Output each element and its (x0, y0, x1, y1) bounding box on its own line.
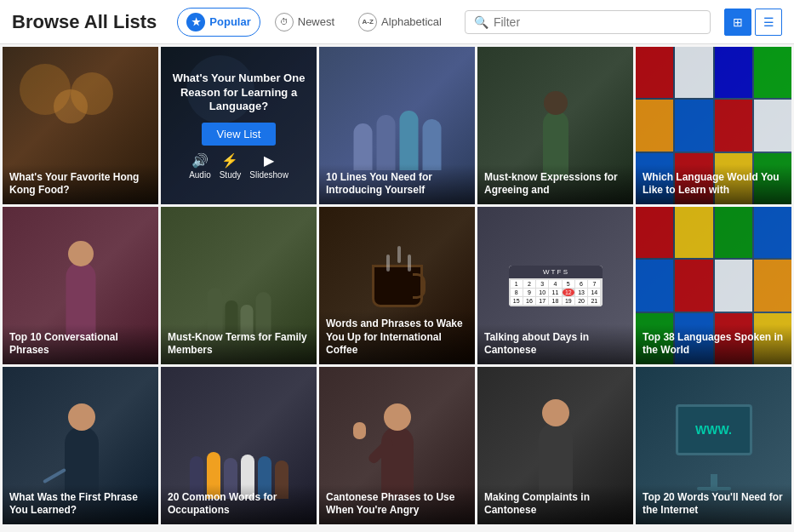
card-complaints-title: Making Complaints in Cantonese (484, 491, 626, 518)
card-language-reason[interactable]: What's Your Number One Reason for Learni… (161, 47, 317, 204)
popular-icon: ★ (186, 13, 205, 31)
card-first-phrase[interactable]: What Was the First Phrase You Learned? (3, 367, 158, 524)
card-languages-title: Top 38 Languages Spoken in the World (643, 331, 785, 358)
search-bar: 🔍 (465, 10, 711, 34)
study-label: Study (220, 170, 242, 180)
card-coffee[interactable]: Words and Phrases to Wake You Up for Int… (319, 207, 475, 364)
audio-icon: 🔊 (191, 152, 208, 169)
card-internet-title: Top 20 Words You'll Need for the Interne… (643, 491, 785, 518)
nav-tabs: ★ Popular ⏱ Newest A-Z Alphabetical (177, 8, 451, 37)
cards-grid: What's Your Favorite Hong Kong Food? Wha… (0, 44, 794, 527)
card-language-reason-title: What's Your Number One Reason for Learni… (169, 72, 308, 115)
card-which-lang-title: Which Language Would You Like to Learn w… (643, 171, 785, 197)
card-introduce[interactable]: 10 Lines You Need for Introducing Yourse… (319, 47, 475, 204)
search-icon: 🔍 (474, 15, 488, 29)
tab-alphabetical-label: Alphabetical (381, 15, 442, 28)
audio-action[interactable]: 🔊 Audio (189, 152, 211, 180)
card-introduce-overlay: 10 Lines You Need for Introducing Yourse… (319, 164, 475, 204)
card-days-title: Talking about Days in Cantonese (484, 331, 626, 358)
card-angry[interactable]: Cantonese Phrases to Use When You're Ang… (319, 367, 475, 524)
card-family-overlay: Must-Know Terms for Family Members (161, 324, 317, 364)
alphabetical-icon: A-Z (358, 13, 377, 31)
card-agree-overlay: Must-know Expressions for Agreeing and (477, 164, 633, 204)
slideshow-label: Slideshow (249, 170, 288, 180)
card-days-overlay: Talking about Days in Cantonese (477, 324, 633, 364)
card-agree-title: Must-know Expressions for Agreeing and (484, 171, 626, 197)
tab-newest[interactable]: ⏱ Newest (266, 8, 344, 37)
view-list-button[interactable]: View List (202, 123, 277, 146)
card-coffee-overlay: Words and Phrases to Wake You Up for Int… (319, 311, 475, 364)
card-occupations-overlay: 20 Common Words for Occupations (161, 484, 317, 524)
card-conversational-overlay: Top 10 Conversational Phrases (3, 324, 158, 364)
search-input[interactable] (494, 15, 701, 29)
grid-icon: ⊞ (733, 15, 743, 29)
newest-icon: ⏱ (275, 13, 294, 31)
card-introduce-title: 10 Lines You Need for Introducing Yourse… (326, 171, 468, 197)
study-icon: ⚡ (221, 152, 238, 169)
card-internet-overlay: Top 20 Words You'll Need for the Interne… (636, 484, 791, 524)
tab-popular-label: Popular (209, 15, 250, 28)
slideshow-icon: ▶ (264, 152, 274, 169)
card-conversational-title: Top 10 Conversational Phrases (9, 331, 151, 358)
card-hk-food-overlay: What's Your Favorite Hong Kong Food? (3, 164, 158, 204)
list-view-button[interactable]: ☰ (755, 9, 782, 36)
view-buttons: ⊞ ☰ (724, 9, 782, 36)
card-hk-food-title: What's Your Favorite Hong Kong Food? (9, 171, 151, 197)
card-coffee-title: Words and Phrases to Wake You Up for Int… (326, 317, 468, 358)
tab-popular[interactable]: ★ Popular (177, 8, 260, 37)
tab-alphabetical[interactable]: A-Z Alphabetical (349, 8, 451, 37)
tab-newest-label: Newest (298, 15, 334, 28)
header: Browse All Lists ★ Popular ⏱ Newest A-Z … (0, 0, 794, 44)
card-first-phrase-title: What Was the First Phrase You Learned? (9, 491, 151, 518)
slideshow-action[interactable]: ▶ Slideshow (249, 152, 288, 180)
card-angry-overlay: Cantonese Phrases to Use When You're Ang… (319, 484, 475, 524)
card-hk-food[interactable]: What's Your Favorite Hong Kong Food? (3, 47, 158, 204)
study-action[interactable]: ⚡ Study (220, 152, 242, 180)
card-occupations[interactable]: 20 Common Words for Occupations (161, 367, 317, 524)
card-language-reason-actions: 🔊 Audio ⚡ Study ▶ Slideshow (189, 152, 288, 180)
card-days[interactable]: W T F S 1 2 3 4 5 6 7 8 9 10 11 12 13 14 (477, 207, 633, 364)
card-languages-overlay: Top 38 Languages Spoken in the World (636, 324, 791, 364)
grid-view-button[interactable]: ⊞ (724, 9, 751, 36)
card-angry-title: Cantonese Phrases to Use When You're Ang… (326, 491, 468, 518)
card-which-lang-overlay: Which Language Would You Like to Learn w… (636, 164, 791, 204)
card-first-phrase-overlay: What Was the First Phrase You Learned? (3, 484, 158, 524)
audio-label: Audio (189, 170, 211, 180)
card-occupations-title: 20 Common Words for Occupations (168, 491, 310, 518)
card-internet[interactable]: WWW. Top 20 Words You'll Need for the In… (636, 367, 791, 524)
card-complaints-overlay: Making Complaints in Cantonese (477, 484, 633, 524)
page-title: Browse All Lists (12, 11, 157, 33)
card-language-reason-overlay: What's Your Number One Reason for Learni… (161, 47, 317, 204)
card-agree[interactable]: Must-know Expressions for Agreeing and (477, 47, 633, 204)
card-family[interactable]: Must-Know Terms for Family Members (161, 207, 317, 364)
list-icon: ☰ (763, 15, 774, 29)
card-which-lang[interactable]: Which Language Would You Like to Learn w… (636, 47, 791, 204)
card-complaints[interactable]: Making Complaints in Cantonese (477, 367, 633, 524)
card-family-title: Must-Know Terms for Family Members (168, 331, 310, 358)
card-languages[interactable]: Top 38 Languages Spoken in the World (636, 207, 791, 364)
card-conversational[interactable]: Top 10 Conversational Phrases (3, 207, 158, 364)
